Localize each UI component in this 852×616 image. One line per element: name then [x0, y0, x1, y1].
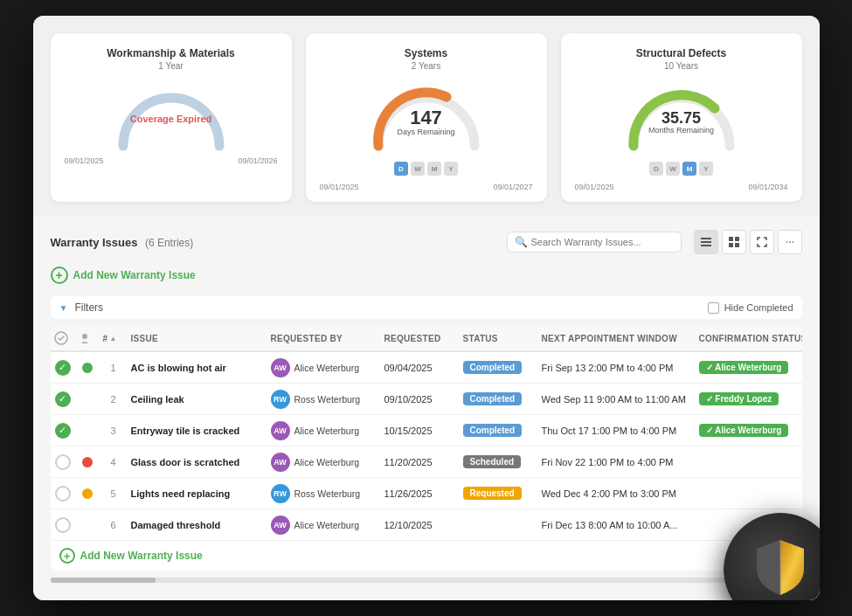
- td-requested-5: 11/26/2025: [381, 488, 460, 499]
- dot-icon-4: [82, 457, 93, 467]
- table-row[interactable]: 5 Lights need replacing RW Ross Weterbur…: [51, 478, 802, 509]
- table-row[interactable]: ✓ 1 AC is blowing hot air AW Alice Weter…: [51, 352, 802, 384]
- gauge-card-systems: Systems 2 Years 147 Days Remaining D W M…: [306, 33, 547, 202]
- list-view-btn[interactable]: [694, 230, 718, 254]
- td-appointment-1: Fri Sep 13 2:00 PM to 4:00 PM: [538, 363, 696, 373]
- time-btn-y-systems[interactable]: Y: [444, 162, 458, 176]
- time-btn-m-structural[interactable]: M: [682, 162, 696, 176]
- time-btn-y-structural[interactable]: Y: [699, 162, 713, 176]
- td-requested-2: 09/10/2025: [381, 394, 460, 405]
- avatar-1: AW: [271, 358, 290, 377]
- th-requested: REQUESTED: [381, 331, 460, 345]
- gauge-subtitle-structural: 10 Years: [571, 61, 792, 71]
- avatar-6: AW: [271, 516, 290, 535]
- gauge-label-systems: 147 Days Remaining: [397, 108, 454, 136]
- time-btn-d-systems[interactable]: D: [394, 162, 408, 176]
- check-icon-2: ✓: [55, 391, 71, 407]
- td-status-2: Completed: [460, 392, 538, 405]
- td-status-1: Completed: [460, 361, 538, 374]
- gauge-title-structural: Structural Defects: [571, 47, 792, 59]
- status-badge-5: Requested: [463, 487, 522, 500]
- gauge-title-workmanship: Workmanship & Materials: [61, 47, 281, 59]
- gauge-label-structural: 35.75 Months Remaining: [648, 110, 714, 135]
- table-row[interactable]: 4 Glass door is scratched AW Alice Weter…: [51, 446, 802, 478]
- dot-icon-1: [82, 363, 93, 373]
- td-requester-2: RW Ross Weterburg: [267, 390, 381, 409]
- td-requested-1: 09/04/2025: [381, 363, 460, 373]
- hide-completed-toggle[interactable]: Hide Completed: [708, 302, 793, 314]
- add-new-button-bottom[interactable]: + Add New Warranty Issue: [51, 541, 802, 571]
- td-num-2: 2: [100, 394, 128, 405]
- add-new-button-top[interactable]: + Add New Warranty Issue: [51, 263, 802, 287]
- td-num-1: 1: [100, 363, 128, 373]
- svg-rect-2: [701, 245, 711, 246]
- td-dot-5: [75, 488, 100, 499]
- table-row[interactable]: ✓ 2 Ceiling leak RW Ross Weterburg 09/10…: [51, 384, 802, 415]
- td-appointment-5: Wed Dec 4 2:00 PM to 3:00 PM: [538, 488, 696, 499]
- status-badge-2: Completed: [463, 392, 523, 405]
- sort-icon: ▲: [109, 335, 116, 343]
- header-controls-right: 🔍: [507, 230, 802, 254]
- td-requested-4: 11/20/2025: [381, 457, 460, 467]
- avatar-5: RW: [271, 484, 290, 503]
- td-requester-6: AW Alice Weterburg: [267, 516, 381, 535]
- gauge-subtitle-systems: 2 Years: [316, 61, 537, 71]
- avatar-3: AW: [271, 421, 290, 440]
- time-btn-w-structural[interactable]: W: [666, 162, 680, 176]
- shield-icon: [750, 536, 811, 601]
- svg-rect-5: [729, 243, 733, 247]
- dot-icon-5: [82, 488, 93, 499]
- td-appointment-2: Wed Sep 11 9:00 AM to 11:00 AM: [538, 394, 696, 405]
- search-bar[interactable]: 🔍: [507, 232, 682, 253]
- table-row[interactable]: ✓ 3 Entryway tile is cracked AW Alice We…: [51, 415, 802, 446]
- td-issue-6: Damaged threshold: [128, 520, 267, 530]
- warranty-table: # ▲ ISSUE REQUESTED BY REQUESTED STATUS …: [51, 326, 802, 571]
- td-issue-1: AC is blowing hot air: [128, 363, 267, 373]
- time-btn-w-systems[interactable]: W: [411, 162, 425, 176]
- td-issue-2: Ceiling leak: [128, 394, 267, 405]
- avatar-2: RW: [271, 390, 290, 409]
- th-issue: ISSUE: [128, 331, 267, 345]
- list-icon: [700, 236, 712, 248]
- gauge-big-num-systems: 147: [397, 108, 454, 128]
- entry-count: (6 Entries): [145, 237, 193, 249]
- scrollbar-track: [51, 578, 802, 583]
- gauge-title-systems: Systems: [316, 47, 537, 59]
- td-check-3: ✓: [51, 423, 75, 439]
- td-requester-4: AW Alice Weterburg: [267, 453, 381, 472]
- filter-arrow-icon: ▼: [59, 303, 68, 313]
- gauge-row: Workmanship & Materials 1 Year Coverage …: [33, 16, 820, 216]
- time-btn-d-structural[interactable]: D: [649, 162, 663, 176]
- gauge-sub-text-structural: Months Remaining: [648, 126, 714, 135]
- expand-icon: [756, 236, 768, 248]
- td-num-4: 4: [100, 457, 128, 467]
- td-dot-4: [75, 457, 100, 467]
- confirmation-badge-3: ✓ Alice Weterburg: [699, 424, 789, 437]
- check-icon-4: [55, 454, 71, 470]
- svg-rect-3: [729, 237, 733, 241]
- svg-rect-1: [701, 241, 711, 243]
- td-confirmation-3: ✓ Alice Weterburg: [696, 424, 802, 437]
- status-badge-4: Scheduled: [463, 455, 522, 468]
- hide-completed-checkbox[interactable]: [708, 302, 719, 314]
- td-issue-4: Glass door is scratched: [128, 457, 267, 467]
- ellipsis-icon: ···: [785, 234, 793, 250]
- more-options-btn[interactable]: ···: [778, 230, 802, 254]
- scrollbar-thumb[interactable]: [51, 578, 156, 583]
- svg-point-8: [82, 334, 87, 339]
- check-icon-6: [55, 517, 71, 533]
- time-btn-m-systems[interactable]: M: [427, 162, 441, 176]
- section-header: Warranty Issues (6 Entries) 🔍: [51, 230, 802, 254]
- th-num: # ▲: [100, 331, 128, 345]
- confirmation-badge-2: ✓ Freddy Lopez: [699, 392, 779, 405]
- th-status: STATUS: [460, 331, 538, 345]
- th-appointment: NEXT APPOINTMENT WINDOW: [538, 331, 696, 345]
- expand-view-btn[interactable]: [750, 230, 774, 254]
- gauge-big-num-structural: 35.75: [648, 110, 714, 126]
- table-row[interactable]: 6 Damaged threshold AW Alice Weterburg 1…: [51, 509, 802, 541]
- search-input[interactable]: [531, 237, 674, 247]
- check-icon-5: [55, 486, 71, 502]
- td-issue-5: Lights need replacing: [128, 488, 267, 499]
- grid-view-btn[interactable]: [722, 230, 746, 254]
- filters-button[interactable]: ▼ Filters: [59, 301, 104, 314]
